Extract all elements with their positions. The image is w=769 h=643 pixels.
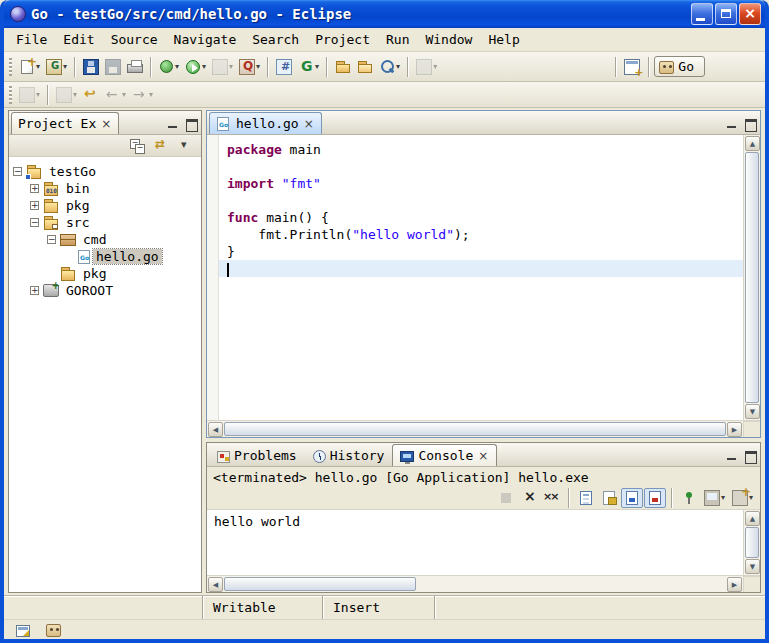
scrollbar-thumb[interactable] <box>224 422 726 436</box>
last-edit-location-button[interactable] <box>80 83 102 107</box>
remove-all-terminated-button[interactable] <box>541 488 563 508</box>
expand-icon[interactable]: + <box>30 286 39 295</box>
toolbar-grip[interactable] <box>9 86 12 104</box>
tree-item-pkg[interactable]: +pkg <box>9 197 201 214</box>
tab-hello-go[interactable]: hello.go × <box>209 112 322 134</box>
minimize-button[interactable] <box>691 3 713 25</box>
collapse-icon[interactable]: − <box>30 218 39 227</box>
dropdown-arrow-icon[interactable]: ▾ <box>256 63 260 71</box>
project-tree[interactable]: −testGo+010bin+pkg−src−cmdhello.gopkg+GO… <box>9 157 201 592</box>
minimize-editor-button[interactable] <box>724 117 740 131</box>
titlebar[interactable]: Go - testGo/src/cmd/hello.go - Eclipse × <box>4 0 765 28</box>
view-menu-button[interactable] <box>175 136 197 156</box>
maximize-view-button[interactable] <box>183 117 199 131</box>
menu-search[interactable]: Search <box>244 30 307 49</box>
expand-icon[interactable]: + <box>30 201 39 210</box>
go-perspective-button[interactable]: Go <box>654 56 705 77</box>
remove-launch-button[interactable] <box>518 488 540 508</box>
scroll-right-button[interactable]: ▶ <box>727 577 742 592</box>
external-tools-button[interactable]: ▾ <box>236 55 263 79</box>
tab-history[interactable]: History <box>305 444 393 466</box>
expand-icon[interactable]: + <box>30 184 39 193</box>
tab-project-explorer[interactable]: Project Ex × <box>11 112 119 134</box>
menu-navigate[interactable]: Navigate <box>166 30 245 49</box>
scroll-lock-button[interactable] <box>598 488 620 508</box>
show-stdout-changes-button[interactable] <box>621 488 643 508</box>
clear-console-button[interactable] <box>575 488 597 508</box>
menu-help[interactable]: Help <box>480 30 527 49</box>
go-build-button[interactable] <box>273 55 295 79</box>
console-vertical-scrollbar[interactable]: ▲ ▼ <box>743 510 760 575</box>
open-resource-button[interactable] <box>354 55 376 79</box>
close-tab-icon[interactable]: × <box>100 117 112 131</box>
tree-item-bin[interactable]: +010bin <box>9 180 201 197</box>
collapse-icon[interactable]: − <box>47 235 56 244</box>
tree-item-cmd[interactable]: −cmd <box>9 231 201 248</box>
open-console-button[interactable]: ▾ <box>729 488 756 508</box>
go-tools-button[interactable]: ▾ <box>295 55 322 79</box>
run-button[interactable]: ▾ <box>182 55 209 79</box>
editor-vertical-scrollbar[interactable]: ▲ ▼ <box>743 135 760 420</box>
menu-edit[interactable]: Edit <box>55 30 102 49</box>
open-perspective-button[interactable] <box>621 55 643 79</box>
pin-console-button[interactable] <box>678 488 700 508</box>
scroll-left-button[interactable]: ◀ <box>208 422 223 437</box>
search-button[interactable]: ▾ <box>376 55 403 79</box>
tree-item-testgo[interactable]: −testGo <box>9 163 201 180</box>
tab-problems[interactable]: Problems <box>209 444 305 466</box>
dropdown-arrow-icon[interactable]: ▾ <box>721 494 725 502</box>
scrollbar-track[interactable] <box>417 577 726 591</box>
save-button[interactable] <box>80 55 102 79</box>
dropdown-arrow-icon[interactable]: ▾ <box>175 63 179 71</box>
menu-project[interactable]: Project <box>307 30 378 49</box>
tree-item-src[interactable]: −src <box>9 214 201 231</box>
scroll-down-button[interactable]: ▼ <box>745 404 760 419</box>
dropdown-arrow-icon[interactable]: ▾ <box>63 63 67 71</box>
dropdown-arrow-icon[interactable]: ▾ <box>315 63 319 71</box>
minimize-view-button[interactable] <box>724 449 740 463</box>
menu-window[interactable]: Window <box>417 30 480 49</box>
close-button[interactable]: × <box>739 3 761 25</box>
menu-run[interactable]: Run <box>378 30 417 49</box>
maximize-button[interactable] <box>715 3 737 25</box>
dropdown-arrow-icon[interactable]: ▾ <box>122 91 126 99</box>
dropdown-arrow-icon[interactable]: ▾ <box>73 91 77 99</box>
fast-view-button[interactable] <box>12 620 34 640</box>
minimize-view-button[interactable] <box>165 117 181 131</box>
scroll-up-button[interactable]: ▲ <box>745 511 760 526</box>
dropdown-arrow-icon[interactable]: ▾ <box>229 63 233 71</box>
open-go-package-button[interactable] <box>332 55 354 79</box>
scroll-right-button[interactable]: ▶ <box>727 422 742 437</box>
debug-button[interactable]: ▾ <box>156 55 182 79</box>
dropdown-arrow-icon[interactable]: ▾ <box>433 63 437 71</box>
link-with-editor-button[interactable] <box>151 136 173 156</box>
menu-file[interactable]: File <box>8 30 55 49</box>
code-editor[interactable]: package mainimport "fmt"func main() { fm… <box>219 135 743 420</box>
display-selected-console-button[interactable]: ▾ <box>701 488 728 508</box>
new-go-element-button[interactable]: ▾ <box>43 55 70 79</box>
dropdown-arrow-icon[interactable]: ▾ <box>202 63 206 71</box>
collapse-icon[interactable]: − <box>13 167 22 176</box>
new-wizard-button[interactable]: ▾ <box>16 55 43 79</box>
scroll-down-button[interactable]: ▼ <box>745 559 760 574</box>
tree-item-pkg[interactable]: pkg <box>9 265 201 282</box>
console-horizontal-scrollbar[interactable]: ◀ ▶ <box>207 576 743 592</box>
go-trim-button[interactable] <box>42 620 64 640</box>
scroll-up-button[interactable]: ▲ <box>745 136 760 151</box>
tab-console[interactable]: Console× <box>392 444 497 466</box>
dropdown-arrow-icon[interactable]: ▾ <box>396 63 400 71</box>
scrollbar-thumb[interactable] <box>224 577 416 591</box>
show-stderr-changes-button[interactable] <box>644 488 666 508</box>
maximize-editor-button[interactable] <box>742 117 758 131</box>
scroll-left-button[interactable]: ◀ <box>208 577 223 592</box>
scrollbar-thumb[interactable] <box>745 152 759 403</box>
menu-source[interactable]: Source <box>103 30 166 49</box>
scrollbar-thumb[interactable] <box>745 527 759 558</box>
toolbar-grip[interactable] <box>9 58 12 76</box>
close-editor-icon[interactable]: × <box>303 117 315 131</box>
maximize-view-button[interactable] <box>742 449 758 463</box>
print-button[interactable] <box>124 55 146 79</box>
dropdown-arrow-icon[interactable]: ▾ <box>36 91 40 99</box>
editor-horizontal-scrollbar[interactable]: ◀ ▶ <box>207 421 743 437</box>
collapse-all-button[interactable] <box>127 136 149 156</box>
